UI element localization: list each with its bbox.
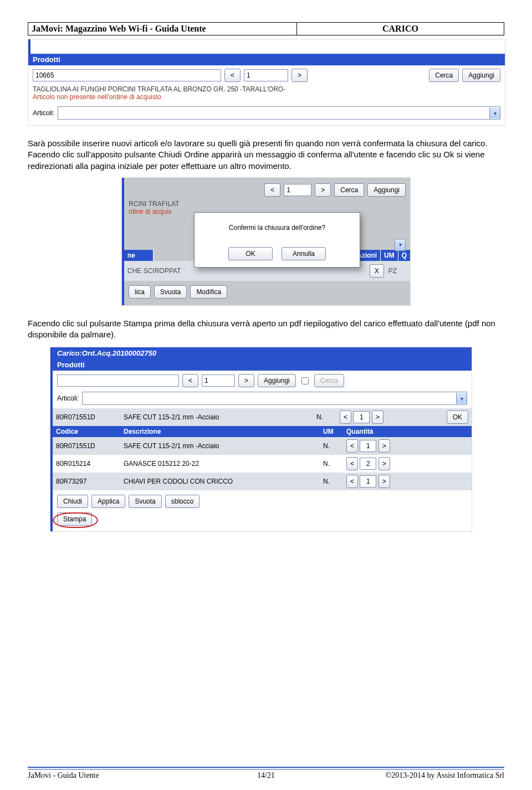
prev-button[interactable]: <: [182, 374, 198, 387]
product-description: TAGLIOLINA AI FUNGHI PORCINI TRAFILATA A…: [28, 85, 505, 93]
section-title: Prodotti: [28, 54, 505, 65]
doc-header-right: CARICO: [297, 23, 504, 35]
next-button[interactable]: >: [378, 439, 390, 453]
footer-page: 14/21: [187, 771, 346, 780]
ok-button[interactable]: OK: [447, 411, 468, 424]
articoli-label: Articoli:: [57, 394, 79, 402]
articoli-dropdown[interactable]: ▾: [82, 392, 467, 405]
chevron-down-icon: ▾: [456, 393, 467, 404]
footer-right: ©2013-2014 by Assist Informatica Srl: [345, 771, 504, 780]
row-qty-input[interactable]: [360, 458, 376, 470]
row-qty-input[interactable]: [360, 440, 376, 452]
cell-code: 80R015214: [53, 455, 120, 473]
cell-desc: SAFE CUT 115-2/1 mm -Acciaio: [120, 437, 320, 455]
prev-button[interactable]: <: [264, 183, 280, 197]
table-row: 80R73297 CHIAVI PER CODOLI CON CRICCO N.…: [53, 473, 472, 490]
confirm-dialog: Confermi la chiusura dell'ordine? OK Ann…: [194, 212, 360, 268]
next-button[interactable]: >: [372, 411, 383, 424]
um-value: PZ: [388, 267, 397, 275]
th-descrizione: Descrizione: [120, 426, 320, 437]
aggiungi-button[interactable]: Aggiungi: [462, 69, 500, 82]
screenshot-prodotti: Prodotti < > Cerca Aggiungi TAGLIOLINA A…: [28, 39, 505, 126]
cell-n: N.: [320, 473, 343, 490]
table-row: 80R071551D SAFE CUT 115-2/1 mm -Acciaio …: [53, 408, 472, 426]
row-desc: CHE SCIROPPAT: [127, 267, 181, 275]
search-checkbox[interactable]: [301, 377, 309, 384]
qty-input[interactable]: [244, 69, 288, 81]
articoli-label: Articoli:: [33, 109, 54, 117]
svuota-button[interactable]: Svuota: [154, 285, 187, 299]
annulla-button[interactable]: Annulla: [282, 247, 326, 260]
ok-button[interactable]: OK: [228, 247, 273, 260]
chevron-down-icon: ▾: [489, 107, 500, 119]
col-q: Q: [398, 250, 410, 261]
prev-button[interactable]: <: [340, 411, 351, 424]
chiudi-button[interactable]: Chiudi: [57, 495, 88, 508]
col-ne: ne: [124, 250, 154, 261]
paragraph-2: Facendo clic sul pulsante Stampa prima d…: [28, 318, 504, 341]
cell-code: 80R071551D: [53, 437, 120, 455]
svuota-button[interactable]: Svuota: [129, 495, 161, 508]
first-row-table: 80R071551D SAFE CUT 115-2/1 mm -Acciaio …: [53, 408, 472, 426]
footer-left: JaMovi - Guida Utente: [28, 771, 187, 780]
paragraph-1: Sarà possibile inserire nuovi articoli e…: [28, 138, 504, 172]
screenshot-confirm-dialog: < > Cerca Aggiungi RCINI TRAFILAT rdine …: [121, 177, 411, 306]
product-warning: Articolo non presente nell'ordine di acq…: [28, 93, 505, 104]
th-quantita: Quantità: [343, 426, 472, 437]
items-table: Codice Descrizione UM Quantità 80R071551…: [53, 426, 472, 490]
cell-n: N.: [313, 408, 336, 426]
x-button[interactable]: X: [370, 264, 384, 278]
prev-button[interactable]: <: [346, 439, 358, 453]
next-button[interactable]: >: [291, 69, 308, 82]
stampa-button[interactable]: Stampa: [57, 512, 92, 526]
cell-n: N.: [320, 455, 343, 473]
qty-input[interactable]: [202, 375, 235, 387]
next-button[interactable]: >: [238, 374, 254, 387]
section-prodotti: Prodotti: [53, 359, 472, 371]
carico-title: Carico:Ord.Acq.20100002750: [53, 347, 472, 359]
cell-code: 80R071551D: [53, 408, 120, 426]
applica-button[interactable]: Applica: [91, 495, 125, 508]
th-um: UM: [320, 426, 343, 437]
next-button[interactable]: >: [378, 475, 390, 488]
cell-code: 80R73297: [53, 473, 120, 490]
prev-button[interactable]: <: [346, 475, 358, 488]
qty-input[interactable]: [284, 184, 311, 196]
th-codice: Codice: [53, 426, 120, 437]
prev-button[interactable]: <: [224, 69, 241, 82]
dialog-text: Confermi la chiusura dell'ordine?: [201, 224, 353, 232]
col-um: UM: [381, 250, 398, 261]
table-row: 80R015214 GANASCE 015212 20-22 N. < >: [53, 455, 472, 473]
doc-header: JaMovi: Magazzino Web Wi-fi - Guida Uten…: [28, 22, 504, 35]
doc-header-left: JaMovi: Magazzino Web Wi-fi - Guida Uten…: [28, 23, 297, 35]
articoli-dropdown[interactable]: ▾: [58, 106, 500, 120]
cut-desc: RCINI TRAFILAT: [124, 200, 410, 208]
cerca-button[interactable]: Cerca: [314, 374, 344, 387]
cell-desc: GANASCE 015212 20-22: [120, 455, 320, 473]
product-code-input[interactable]: [57, 375, 179, 387]
cell-desc: CHIAVI PER CODOLI CON CRICCO: [120, 473, 320, 490]
modifica-button[interactable]: Modifica: [190, 285, 227, 299]
cell-desc: SAFE CUT 115-2/1 mm -Acciaio: [120, 408, 313, 426]
cerca-button[interactable]: Cerca: [429, 69, 459, 82]
next-button[interactable]: >: [315, 183, 331, 197]
screenshot-carico-table: Carico:Ord.Acq.20100002750 Prodotti < > …: [50, 347, 472, 532]
aggiungi-button[interactable]: Aggiungi: [258, 374, 296, 387]
page-footer: JaMovi - Guida Utente 14/21 ©2013-2014 b…: [28, 767, 504, 780]
lica-button[interactable]: lica: [129, 285, 151, 299]
cerca-button[interactable]: Cerca: [334, 183, 364, 197]
cell-n: N.: [320, 437, 343, 455]
row-qty-input[interactable]: [353, 411, 370, 423]
row-qty-input[interactable]: [360, 475, 376, 488]
sblocco-button[interactable]: sblocco: [165, 495, 200, 508]
table-row: 80R071551D SAFE CUT 115-2/1 mm -Acciaio …: [53, 437, 472, 455]
next-button[interactable]: >: [378, 457, 390, 470]
prev-button[interactable]: <: [346, 457, 358, 470]
aggiungi-button[interactable]: Aggiungi: [367, 183, 406, 197]
chevron-down-icon: ▾: [395, 239, 406, 251]
product-code-input[interactable]: [33, 69, 221, 81]
